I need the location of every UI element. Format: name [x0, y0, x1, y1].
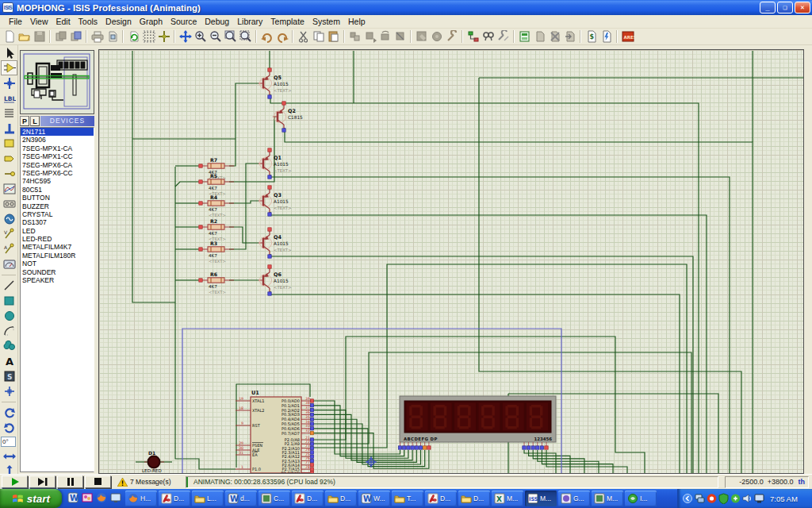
start-button[interactable]: start: [0, 489, 62, 508]
taskbar-button-2[interactable]: D...: [159, 491, 190, 506]
menu-design[interactable]: Design: [102, 16, 136, 27]
menu-library[interactable]: Library: [233, 16, 266, 27]
virtual-instruments-mode-icon[interactable]: [1, 256, 17, 271]
origin-icon[interactable]: [156, 29, 171, 44]
rotate-clockwise-icon[interactable]: [1, 405, 17, 420]
play-button[interactable]: [2, 475, 28, 488]
schematic-canvas[interactable]: Q5A1015<TEXT>Q2C1815Q1A1015<TEXT>Q3A1015…: [98, 49, 804, 474]
graph-mode-icon[interactable]: [1, 181, 17, 196]
block-rotate-icon[interactable]: [377, 29, 393, 44]
make-device-icon[interactable]: [429, 29, 444, 44]
circle-2d-icon[interactable]: [1, 308, 17, 323]
symbol-2d-icon[interactable]: S: [1, 368, 17, 383]
device-item[interactable]: BUZZER: [21, 202, 94, 210]
zoom-in-icon[interactable]: [193, 29, 208, 44]
quicklaunch-show-desktop-icon[interactable]: [109, 491, 121, 503]
taskbar-button-1[interactable]: H...: [125, 491, 157, 506]
menu-system[interactable]: System: [308, 16, 344, 27]
tray-display-icon[interactable]: [754, 493, 764, 504]
tray-chevron-left-icon[interactable]: [683, 493, 693, 504]
export-section-icon[interactable]: [68, 29, 83, 44]
step-button[interactable]: [29, 475, 56, 488]
taskbar-button-3[interactable]: L...: [192, 491, 224, 506]
current-probe-mode-icon[interactable]: A: [1, 241, 17, 256]
device-item[interactable]: NOT: [21, 260, 94, 267]
search-tags-icon[interactable]: [481, 29, 496, 44]
message-area[interactable]: 7 Message(s): [117, 478, 182, 487]
box-2d-icon[interactable]: [1, 293, 17, 308]
goto-sheet-icon[interactable]: [562, 29, 577, 44]
stop-button[interactable]: [85, 475, 111, 488]
taskbar-button-15[interactable]: M...: [592, 491, 623, 506]
taskbar-button-16[interactable]: I...: [625, 491, 657, 506]
open-file-icon[interactable]: [17, 29, 32, 44]
copy-icon[interactable]: [311, 29, 326, 44]
device-item[interactable]: 2N3906: [21, 136, 94, 144]
zoom-out-icon[interactable]: [208, 29, 223, 44]
generator-mode-icon[interactable]: [1, 211, 17, 226]
device-list[interactable]: 2N17112N39067SEG-MPX1-CA7SEG-MPX1-CC7SEG…: [20, 127, 94, 472]
taskbar-button-7[interactable]: D...: [325, 491, 357, 506]
library-button[interactable]: L: [30, 116, 40, 126]
packaging-tool-icon[interactable]: [444, 29, 459, 44]
taskbar-button-9[interactable]: T...: [392, 491, 423, 506]
device-item[interactable]: SOUNDER: [21, 268, 94, 276]
taskbar-button-4[interactable]: Wd...: [225, 491, 257, 506]
device-item[interactable]: METALFILM4K7: [21, 243, 94, 251]
rotation-angle-field[interactable]: 0°: [1, 437, 16, 447]
overview-minimap[interactable]: [20, 50, 94, 114]
device-item[interactable]: 7SEG-MPX6-CA: [21, 161, 94, 169]
property-assignment-icon[interactable]: [496, 29, 511, 44]
menu-source[interactable]: Source: [167, 16, 201, 27]
tape-recorder-mode-icon[interactable]: [1, 196, 17, 211]
tray-shield-icon[interactable]: [718, 493, 729, 504]
pick-part-icon[interactable]: [414, 29, 429, 44]
undo-icon[interactable]: [259, 29, 274, 44]
rotate-anticlockwise-icon[interactable]: [1, 420, 17, 435]
device-item[interactable]: LED-RED: [21, 235, 94, 243]
junction-dot-mode-icon[interactable]: [1, 75, 17, 90]
arc-2d-icon[interactable]: [1, 323, 17, 338]
quicklaunch-word-icon[interactable]: W: [67, 491, 79, 503]
device-item[interactable]: 7SEG-MPX6-CC: [21, 169, 94, 177]
pan-icon[interactable]: [178, 29, 193, 44]
mirror-horizontal-icon[interactable]: [1, 448, 17, 464]
menu-tools[interactable]: Tools: [75, 16, 102, 27]
device-item[interactable]: 7SEG-MPX1-CC: [21, 152, 94, 160]
line-2d-icon[interactable]: [1, 278, 17, 293]
netlist-to-ares-icon[interactable]: ARES: [620, 29, 635, 44]
save-file-icon[interactable]: [32, 29, 47, 44]
taskbar-button-11[interactable]: D...: [458, 491, 490, 506]
component-mode-icon[interactable]: [1, 60, 17, 75]
design-explorer-icon[interactable]: [517, 29, 532, 44]
menu-file[interactable]: File: [5, 16, 26, 27]
taskbar-button-6[interactable]: D...: [292, 491, 324, 506]
device-item[interactable]: METALFILM180R: [21, 252, 94, 260]
device-item[interactable]: SPEAKER: [21, 276, 94, 284]
device-item[interactable]: LED: [21, 227, 94, 235]
voltage-probe-mode-icon[interactable]: V: [1, 226, 17, 241]
device-pin-mode-icon[interactable]: [1, 166, 17, 181]
device-item[interactable]: CRYSTAL: [21, 210, 94, 218]
taskbar-button-13[interactable]: ISSM...: [525, 491, 557, 506]
selection-mode-icon[interactable]: [1, 45, 17, 60]
menu-edit[interactable]: Edit: [52, 16, 75, 27]
print-icon[interactable]: [90, 29, 105, 44]
cut-icon[interactable]: [296, 29, 311, 44]
toggle-grid-icon[interactable]: [141, 29, 156, 44]
zoom-all-icon[interactable]: [238, 29, 253, 44]
title-bar[interactable]: ISIS MOPHONG - ISIS Professional (Animat…: [0, 0, 812, 15]
wire-label-mode-icon[interactable]: LBL: [1, 90, 17, 106]
zoom-area-icon[interactable]: [223, 29, 238, 44]
block-move-icon[interactable]: [362, 29, 377, 44]
taskbar-button-8[interactable]: WW...: [358, 491, 390, 506]
quicklaunch-paint-icon[interactable]: [81, 491, 93, 503]
remove-sheet-icon[interactable]: [547, 29, 562, 44]
taskbar-button-5[interactable]: C...: [259, 491, 290, 506]
marker-2d-icon[interactable]: [1, 383, 17, 398]
device-item[interactable]: 74HC595: [21, 177, 94, 185]
paste-icon[interactable]: [326, 29, 341, 44]
tray-update-icon[interactable]: [730, 493, 741, 504]
text-2d-icon[interactable]: A: [1, 353, 17, 368]
menu-debug[interactable]: Debug: [201, 16, 233, 27]
